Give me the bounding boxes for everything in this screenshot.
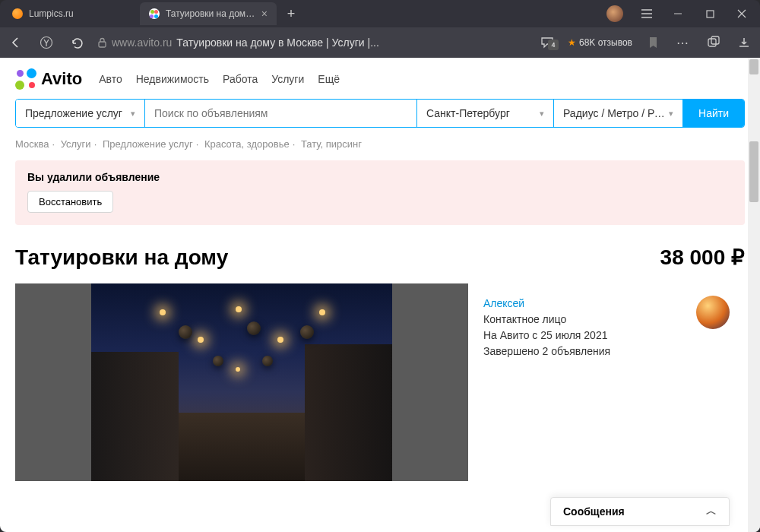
seller-completed: Завершено 2 объявления xyxy=(483,344,687,359)
messages-panel-toggle[interactable]: Сообщения ︿ xyxy=(550,497,730,526)
tab-close-icon[interactable]: × xyxy=(261,8,268,20)
nav-services[interactable]: Услуги xyxy=(271,73,304,85)
nav-realty[interactable]: Недвижимость xyxy=(136,73,209,85)
browser-address-bar: www.avito.ru Татуировки на дому в Москве… xyxy=(0,27,760,58)
yandex-icon[interactable] xyxy=(36,33,56,52)
favicon-avito-icon xyxy=(149,8,160,19)
breadcrumb-item[interactable]: Услуги xyxy=(61,138,91,150)
window-close-button[interactable] xyxy=(727,2,757,26)
breadcrumb-item[interactable]: Красота, здоровье xyxy=(204,138,290,150)
browser-tab-inactive[interactable]: Lumpics.ru xyxy=(3,2,140,25)
listing-title: Татуировки на дому xyxy=(15,245,228,270)
lock-icon xyxy=(97,37,107,48)
site-header: Avito Авто Недвижимость Работа Услуги Ещ… xyxy=(15,68,745,90)
reload-button[interactable] xyxy=(67,33,87,52)
breadcrumb-item[interactable]: Предложение услуг xyxy=(103,138,193,150)
browser-titlebar: Lumpics.ru Татуировки на дому в | × + xyxy=(0,0,760,27)
bookmark-icon[interactable] xyxy=(643,36,663,49)
search-query-wrap xyxy=(145,100,417,127)
search-city-value: Санкт-Петербург xyxy=(426,107,510,119)
svg-rect-4 xyxy=(711,36,719,44)
tab-title: Lumpics.ru xyxy=(29,8,131,19)
listing-main-image xyxy=(91,283,392,481)
url-domain: www.avito.ru xyxy=(112,36,172,49)
scrollbar-thumb[interactable] xyxy=(749,141,758,202)
new-tab-button[interactable]: + xyxy=(281,4,301,24)
nav-more[interactable]: Ещё xyxy=(318,73,340,85)
svg-rect-2 xyxy=(99,42,106,47)
browser-tab-active[interactable]: Татуировки на дому в | × xyxy=(140,2,277,25)
alert-title: Вы удалили объявление xyxy=(27,171,733,183)
scrollbar-track[interactable] xyxy=(748,58,760,532)
download-icon[interactable] xyxy=(734,36,754,49)
search-category-dropdown[interactable]: Предложение услуг ▾ xyxy=(16,100,145,127)
svg-rect-0 xyxy=(707,11,714,17)
notif-count: 4 xyxy=(548,40,559,50)
listing-body: Алексей Контактное лицо На Авито с 25 ию… xyxy=(15,283,745,481)
chevron-down-icon: ▾ xyxy=(131,109,135,119)
search-bar: Предложение услуг ▾ Санкт-Петербург ▾ Ра… xyxy=(15,99,745,128)
window-maximize-button[interactable] xyxy=(695,2,725,26)
avito-logo[interactable]: Avito xyxy=(15,68,82,90)
breadcrumb: Москва· Услуги· Предложение услуг· Красо… xyxy=(15,138,745,150)
favicon-orange-icon xyxy=(12,8,23,19)
search-radius-dropdown[interactable]: Радиус / Метро / Рай... ▾ xyxy=(554,100,683,127)
window-minimize-button[interactable] xyxy=(663,2,693,26)
svg-rect-3 xyxy=(708,39,716,46)
browser-menu-icon[interactable] xyxy=(632,2,661,26)
seller-avatar[interactable] xyxy=(696,296,730,329)
scroll-up-arrow[interactable] xyxy=(749,59,758,74)
listing-gallery[interactable] xyxy=(15,283,468,481)
reviews-extension-badge[interactable]: ★ 68K отзывов xyxy=(568,37,632,48)
search-input[interactable] xyxy=(154,107,407,119)
avito-logo-icon xyxy=(15,68,36,90)
listing-price: 38 000 ₽ xyxy=(660,245,745,270)
search-category-value: Предложение услуг xyxy=(25,107,122,119)
tab-title: Татуировки на дому в | xyxy=(166,8,255,19)
breadcrumb-item[interactable]: Москва xyxy=(15,138,49,150)
star-icon: ★ xyxy=(568,37,576,48)
breadcrumb-item[interactable]: Тату, пирсинг xyxy=(301,138,362,150)
deleted-alert: Вы удалили объявление Восстановить xyxy=(15,160,745,225)
profile-avatar-icon[interactable] xyxy=(606,5,623,22)
messages-label: Сообщения xyxy=(563,505,625,518)
seller-card: Алексей Контактное лицо На Авито с 25 ию… xyxy=(468,283,745,481)
seller-role: Контактное лицо xyxy=(483,312,687,328)
url-page-title: Татуировки на дому в Москве | Услуги |..… xyxy=(176,36,378,49)
extensions-icon[interactable] xyxy=(704,36,724,49)
nav-jobs[interactable]: Работа xyxy=(223,73,258,85)
more-icon[interactable]: ⋯ xyxy=(673,36,693,50)
notification-icon[interactable]: 4 xyxy=(537,36,557,49)
chevron-up-icon: ︿ xyxy=(706,505,717,518)
listing-header: Татуировки на дому 38 000 ₽ xyxy=(15,245,745,270)
back-button[interactable] xyxy=(6,33,26,52)
nav-auto[interactable]: Авто xyxy=(99,73,122,85)
restore-button[interactable]: Восстановить xyxy=(27,191,113,213)
seller-since: На Авито с 25 июля 2021 xyxy=(483,328,687,344)
page-viewport: Avito Авто Недвижимость Работа Услуги Ещ… xyxy=(0,58,760,532)
seller-name-link[interactable]: Алексей xyxy=(483,296,687,312)
chevron-down-icon: ▾ xyxy=(669,109,673,119)
search-city-dropdown[interactable]: Санкт-Петербург ▾ xyxy=(417,100,554,127)
url-field[interactable]: www.avito.ru Татуировки на дому в Москве… xyxy=(97,32,527,53)
avito-logo-text: Avito xyxy=(41,69,82,89)
chevron-down-icon: ▾ xyxy=(540,109,544,119)
search-button[interactable]: Найти xyxy=(683,100,744,127)
search-radius-value: Радиус / Метро / Рай... xyxy=(563,107,669,119)
reviews-count: 68K отзывов xyxy=(579,37,632,48)
top-nav: Авто Недвижимость Работа Услуги Ещё xyxy=(99,73,340,85)
